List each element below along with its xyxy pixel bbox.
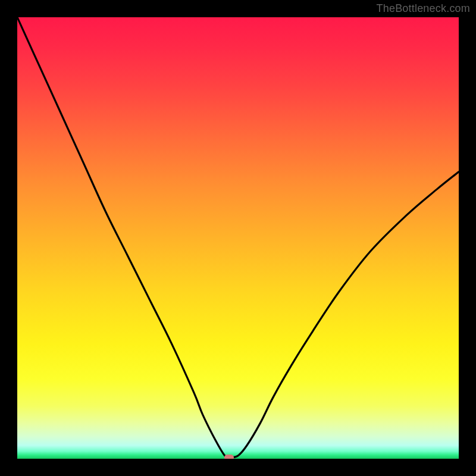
bottleneck-curve	[17, 17, 459, 459]
watermark-text: TheBottleneck.com	[377, 2, 470, 15]
chart-frame: TheBottleneck.com	[0, 0, 476, 476]
optimal-point-marker	[224, 455, 234, 459]
plot-area	[17, 17, 459, 459]
